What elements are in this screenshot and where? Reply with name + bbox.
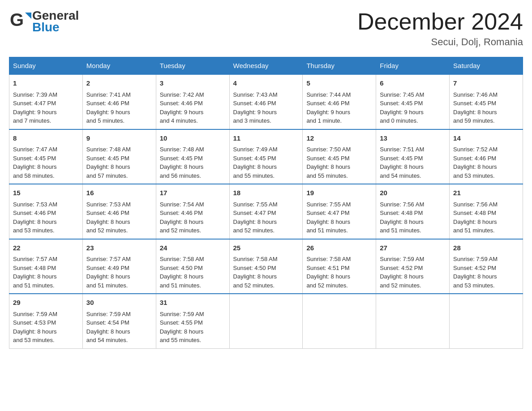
sunrise-text: Sunrise: 7:58 AM xyxy=(306,256,351,262)
daylight-text: Daylight: 8 hours xyxy=(160,328,204,335)
day-header-thursday: Thursday xyxy=(303,57,376,75)
daylight-minutes: and 0 minutes. xyxy=(380,117,418,124)
calendar-cell: 15 Sunrise: 7:53 AM Sunset: 4:46 PM Dayl… xyxy=(9,184,83,239)
daylight-minutes: and 55 minutes. xyxy=(160,337,202,343)
calendar-cell: 22 Sunrise: 7:57 AM Sunset: 4:48 PM Dayl… xyxy=(9,239,83,294)
calendar-cell xyxy=(376,294,450,348)
daylight-text: Daylight: 8 hours xyxy=(453,218,497,225)
day-number: 23 xyxy=(86,243,152,253)
calendar-subtitle: Secui, Dolj, Romania xyxy=(357,36,523,48)
day-header-wednesday: Wednesday xyxy=(229,57,303,75)
daylight-minutes: and 51 minutes. xyxy=(86,282,128,289)
day-number: 4 xyxy=(233,78,299,89)
sunrise-text: Sunrise: 7:59 AM xyxy=(13,311,57,317)
sunset-text: Sunset: 4:46 PM xyxy=(233,100,276,107)
day-number: 20 xyxy=(380,188,446,198)
day-number: 14 xyxy=(453,133,519,144)
sunrise-text: Sunrise: 7:59 AM xyxy=(86,311,131,317)
day-number: 24 xyxy=(160,243,226,253)
day-header-friday: Friday xyxy=(376,57,450,75)
sunset-text: Sunset: 4:50 PM xyxy=(233,265,276,271)
sunrise-text: Sunrise: 7:56 AM xyxy=(453,201,498,208)
day-number: 17 xyxy=(160,188,226,198)
day-number: 16 xyxy=(86,188,152,198)
daylight-text: Daylight: 8 hours xyxy=(233,273,277,280)
daylight-minutes: and 52 minutes. xyxy=(380,282,421,289)
day-number: 29 xyxy=(13,298,79,308)
day-number: 11 xyxy=(233,133,299,144)
sunset-text: Sunset: 4:46 PM xyxy=(160,100,203,107)
sunset-text: Sunset: 4:49 PM xyxy=(86,265,129,271)
daylight-text: Daylight: 8 hours xyxy=(380,273,424,280)
calendar-cell: 11 Sunrise: 7:49 AM Sunset: 4:45 PM Dayl… xyxy=(229,129,303,184)
sunrise-text: Sunrise: 7:48 AM xyxy=(86,146,131,153)
calendar-cell: 18 Sunrise: 7:55 AM Sunset: 4:47 PM Dayl… xyxy=(229,184,303,239)
sunset-text: Sunset: 4:50 PM xyxy=(160,265,203,271)
svg-marker-1 xyxy=(25,13,31,19)
calendar-cell: 1 Sunrise: 7:39 AM Sunset: 4:47 PM Dayli… xyxy=(9,74,83,129)
daylight-text: Daylight: 8 hours xyxy=(13,163,57,170)
calendar-cell: 23 Sunrise: 7:57 AM Sunset: 4:49 PM Dayl… xyxy=(82,239,156,294)
calendar-cell: 31 Sunrise: 7:59 AM Sunset: 4:55 PM Dayl… xyxy=(156,294,229,348)
daylight-minutes: and 5 minutes. xyxy=(86,117,124,124)
calendar-cell: 12 Sunrise: 7:50 AM Sunset: 4:45 PM Dayl… xyxy=(303,129,376,184)
calendar-cell: 30 Sunrise: 7:59 AM Sunset: 4:54 PM Dayl… xyxy=(82,294,156,348)
day-number: 6 xyxy=(380,78,446,89)
daylight-minutes: and 55 minutes. xyxy=(306,172,348,179)
daylight-text: Daylight: 8 hours xyxy=(160,163,204,170)
day-number: 19 xyxy=(306,188,372,198)
daylight-text: Daylight: 8 hours xyxy=(306,218,350,225)
calendar-week-row: 29 Sunrise: 7:59 AM Sunset: 4:53 PM Dayl… xyxy=(9,294,523,348)
daylight-text: Daylight: 8 hours xyxy=(453,273,497,280)
sunset-text: Sunset: 4:47 PM xyxy=(306,210,349,216)
day-number: 26 xyxy=(306,243,372,253)
sunrise-text: Sunrise: 7:53 AM xyxy=(86,201,131,208)
daylight-minutes: and 51 minutes. xyxy=(453,227,495,234)
daylight-text: Daylight: 8 hours xyxy=(380,163,424,170)
day-header-tuesday: Tuesday xyxy=(156,57,229,75)
calendar-cell xyxy=(450,294,523,348)
daylight-text: Daylight: 8 hours xyxy=(86,328,130,335)
day-number: 21 xyxy=(453,188,519,198)
day-number: 30 xyxy=(86,298,152,308)
daylight-minutes: and 53 minutes. xyxy=(13,337,55,343)
daylight-minutes: and 52 minutes. xyxy=(86,227,128,234)
sunrise-text: Sunrise: 7:57 AM xyxy=(13,256,57,262)
sunset-text: Sunset: 4:46 PM xyxy=(86,100,129,107)
sunrise-text: Sunrise: 7:57 AM xyxy=(86,256,131,262)
day-number: 31 xyxy=(160,298,226,308)
calendar-cell: 6 Sunrise: 7:45 AM Sunset: 4:45 PM Dayli… xyxy=(376,74,450,129)
daylight-minutes: and 51 minutes. xyxy=(160,282,202,289)
calendar-cell: 17 Sunrise: 7:54 AM Sunset: 4:46 PM Dayl… xyxy=(156,184,229,239)
daylight-minutes: and 4 minutes. xyxy=(160,117,198,124)
sunrise-text: Sunrise: 7:55 AM xyxy=(306,201,351,208)
calendar-cell: 26 Sunrise: 7:58 AM Sunset: 4:51 PM Dayl… xyxy=(303,239,376,294)
sunset-text: Sunset: 4:46 PM xyxy=(306,100,349,107)
daylight-text: Daylight: 8 hours xyxy=(306,163,350,170)
sunset-text: Sunset: 4:46 PM xyxy=(453,155,496,162)
daylight-minutes: and 3 minutes. xyxy=(233,117,271,124)
sunset-text: Sunset: 4:48 PM xyxy=(380,210,423,216)
daylight-minutes: and 52 minutes. xyxy=(233,227,275,234)
sunset-text: Sunset: 4:46 PM xyxy=(86,210,129,216)
calendar-cell: 29 Sunrise: 7:59 AM Sunset: 4:53 PM Dayl… xyxy=(9,294,83,348)
sunrise-text: Sunrise: 7:44 AM xyxy=(306,91,351,98)
calendar-cell: 8 Sunrise: 7:47 AM Sunset: 4:45 PM Dayli… xyxy=(9,129,83,184)
daylight-text: Daylight: 8 hours xyxy=(86,163,130,170)
calendar-cell: 3 Sunrise: 7:42 AM Sunset: 4:46 PM Dayli… xyxy=(156,74,229,129)
daylight-text: Daylight: 9 hours xyxy=(86,109,130,116)
calendar-cell: 28 Sunrise: 7:59 AM Sunset: 4:52 PM Dayl… xyxy=(450,239,523,294)
sunrise-text: Sunrise: 7:45 AM xyxy=(380,91,424,98)
day-header-sunday: Sunday xyxy=(9,57,83,75)
sunset-text: Sunset: 4:55 PM xyxy=(160,319,203,326)
sunset-text: Sunset: 4:53 PM xyxy=(13,319,56,326)
calendar-week-row: 22 Sunrise: 7:57 AM Sunset: 4:48 PM Dayl… xyxy=(9,239,523,294)
day-number: 2 xyxy=(86,78,152,89)
daylight-minutes: and 51 minutes. xyxy=(380,227,421,234)
sunset-text: Sunset: 4:46 PM xyxy=(160,210,203,216)
sunset-text: Sunset: 4:45 PM xyxy=(233,155,276,162)
sunrise-text: Sunrise: 7:52 AM xyxy=(453,146,498,153)
sunset-text: Sunset: 4:45 PM xyxy=(160,155,203,162)
sunset-text: Sunset: 4:52 PM xyxy=(380,265,423,271)
calendar-header-row: SundayMondayTuesdayWednesdayThursdayFrid… xyxy=(9,57,523,75)
